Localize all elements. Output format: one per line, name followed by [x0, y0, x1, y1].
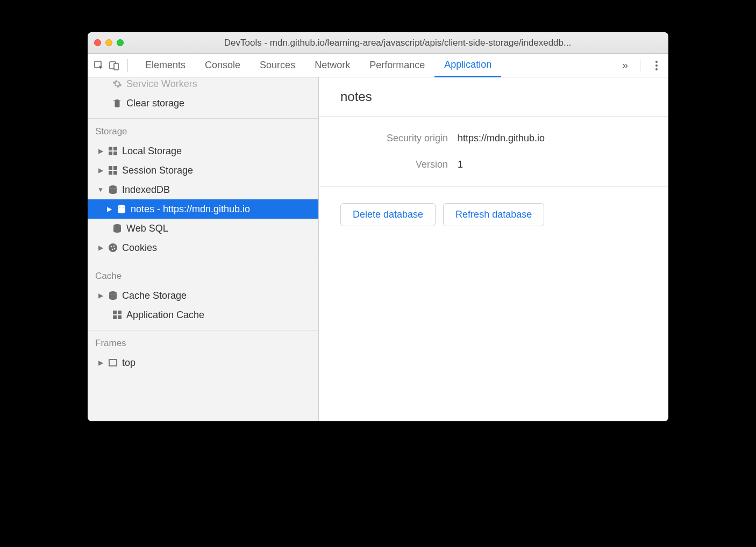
cookie-icon — [108, 243, 118, 253]
tab-application[interactable]: Application — [434, 54, 501, 77]
svg-point-12 — [118, 205, 125, 208]
panel-body: Service Workers Clear storage Storage ▶ … — [88, 77, 668, 421]
svg-rect-10 — [113, 171, 117, 175]
sidebar-item-web-sql[interactable]: Web SQL — [88, 219, 318, 238]
grid-icon — [108, 146, 118, 156]
traffic-lights — [94, 39, 124, 46]
sidebar-section-storage: Storage — [88, 119, 318, 141]
inspect-element-icon[interactable] — [93, 60, 105, 71]
svg-rect-8 — [113, 166, 117, 170]
toolbar-divider — [127, 59, 128, 72]
svg-point-14 — [109, 243, 117, 252]
svg-rect-2 — [114, 63, 118, 70]
disclosure-triangle-icon: ▶ — [106, 205, 112, 213]
database-actions: Delete database Refresh database — [319, 187, 668, 242]
sidebar-item-label: Session Storage — [122, 165, 193, 176]
tab-sources[interactable]: Sources — [250, 54, 305, 77]
tab-performance[interactable]: Performance — [360, 54, 434, 77]
database-title: notes — [319, 77, 668, 117]
database-icon — [108, 185, 118, 195]
svg-rect-5 — [109, 152, 112, 155]
device-toolbar-icon[interactable] — [108, 60, 120, 71]
security-origin-label: Security origin — [340, 133, 448, 144]
svg-rect-6 — [113, 152, 117, 155]
svg-rect-4 — [113, 147, 117, 150]
disclosure-triangle-icon: ▼ — [97, 186, 104, 193]
svg-rect-7 — [109, 166, 112, 170]
database-icon — [117, 204, 126, 214]
sidebar-item-label: Application Cache — [126, 310, 204, 321]
grid-icon — [112, 310, 122, 320]
svg-point-17 — [112, 249, 113, 250]
database-details: Security origin https://mdn.github.io Ve… — [319, 117, 668, 187]
database-icon — [112, 224, 122, 233]
trash-icon — [112, 98, 122, 108]
tab-network[interactable]: Network — [305, 54, 360, 77]
sidebar-item-frame-top[interactable]: ▶ top — [88, 353, 318, 372]
gear-icon — [112, 79, 122, 89]
sidebar-item-label: Web SQL — [126, 223, 168, 234]
frame-icon — [108, 358, 118, 368]
tabs-overflow-icon[interactable]: » — [618, 59, 632, 71]
sidebar-item-label: IndexedDB — [122, 184, 170, 196]
main-panel: notes Security origin https://mdn.github… — [319, 77, 668, 421]
svg-point-16 — [113, 246, 115, 247]
sidebar-item-label: Clear storage — [126, 98, 184, 109]
svg-rect-20 — [113, 311, 117, 314]
sidebar-item-indexeddb[interactable]: ▼ IndexedDB — [88, 180, 318, 199]
svg-rect-3 — [109, 147, 112, 150]
refresh-database-button[interactable]: Refresh database — [443, 203, 544, 226]
delete-database-button[interactable]: Delete database — [340, 203, 436, 226]
sidebar-item-label: Local Storage — [122, 146, 182, 157]
sidebar-item-label: top — [122, 357, 135, 369]
sidebar-item-service-workers[interactable]: Service Workers — [88, 77, 318, 93]
settings-menu-icon[interactable] — [650, 61, 663, 70]
tab-console[interactable]: Console — [195, 54, 250, 77]
svg-rect-24 — [109, 359, 117, 366]
sidebar-item-clear-storage[interactable]: Clear storage — [88, 93, 318, 113]
svg-rect-22 — [113, 315, 117, 319]
sidebar-item-label: Cache Storage — [122, 290, 187, 301]
minimize-button[interactable] — [105, 39, 112, 46]
sidebar-item-label: Service Workers — [126, 78, 197, 90]
application-sidebar: Service Workers Clear storage Storage ▶ … — [88, 77, 319, 421]
disclosure-triangle-icon: ▶ — [97, 359, 104, 366]
version-value: 1 — [458, 159, 463, 170]
devtools-window: DevTools - mdn.github.io/learning-area/j… — [88, 32, 668, 421]
sidebar-item-label: notes - https://mdn.github.io — [131, 204, 250, 215]
sidebar-item-label: Cookies — [122, 242, 157, 254]
disclosure-triangle-icon: ▶ — [97, 292, 104, 299]
sidebar-section-frames: Frames — [88, 330, 318, 353]
version-label: Version — [340, 159, 448, 170]
svg-point-13 — [113, 224, 121, 227]
titlebar: DevTools - mdn.github.io/learning-area/j… — [88, 32, 668, 54]
window-title: DevTools - mdn.github.io/learning-area/j… — [133, 38, 662, 48]
sidebar-section-cache: Cache — [88, 263, 318, 286]
close-button[interactable] — [94, 39, 101, 46]
grid-icon — [108, 165, 118, 175]
maximize-button[interactable] — [117, 39, 124, 46]
svg-point-19 — [109, 291, 117, 294]
svg-rect-9 — [109, 171, 112, 175]
tab-elements[interactable]: Elements — [135, 54, 195, 77]
security-origin-value: https://mdn.github.io — [458, 133, 545, 144]
svg-point-11 — [109, 185, 117, 189]
svg-point-18 — [114, 248, 116, 250]
sidebar-item-indexeddb-notes[interactable]: ▶ notes - https://mdn.github.io — [88, 199, 318, 219]
svg-point-15 — [111, 246, 112, 248]
database-icon — [108, 291, 118, 300]
panel-tabs: Elements Console Sources Network Perform… — [135, 54, 615, 77]
disclosure-triangle-icon: ▶ — [97, 167, 104, 174]
sidebar-item-cookies[interactable]: ▶ Cookies — [88, 238, 318, 257]
toolbar-divider — [640, 59, 640, 72]
devtools-toolbar: Elements Console Sources Network Perform… — [88, 54, 668, 77]
svg-rect-21 — [118, 311, 122, 314]
sidebar-item-application-cache[interactable]: Application Cache — [88, 305, 318, 325]
sidebar-item-local-storage[interactable]: ▶ Local Storage — [88, 141, 318, 161]
disclosure-triangle-icon: ▶ — [97, 244, 104, 251]
svg-rect-23 — [118, 315, 122, 319]
sidebar-item-cache-storage[interactable]: ▶ Cache Storage — [88, 286, 318, 305]
disclosure-triangle-icon: ▶ — [97, 147, 104, 155]
sidebar-item-session-storage[interactable]: ▶ Session Storage — [88, 161, 318, 180]
